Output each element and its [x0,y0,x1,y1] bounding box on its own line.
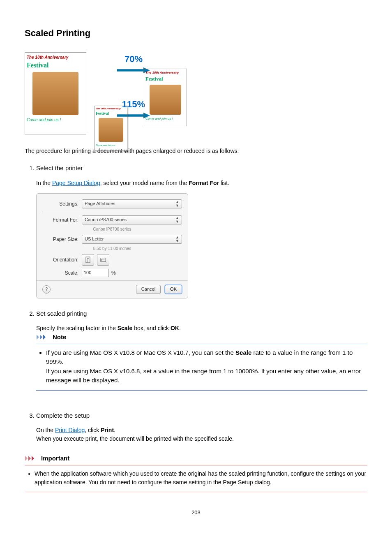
portrait-icon [85,257,91,263]
print-bold: Print [101,427,114,433]
note-bullet: If you are using Mac OS X v10.8 or Mac O… [46,348,367,385]
doc-image-placeholder [32,72,78,115]
scale-input[interactable]: 100 [82,269,109,277]
step-3-line-2: When you execute print, the document wil… [36,435,367,443]
orientation-landscape-button[interactable] [97,254,109,266]
important-callout: When the application software which you … [25,465,367,492]
intro-text: The procedure for printing a document wi… [25,147,367,155]
note-chevrons-icon [36,334,50,340]
ok-bold: OK [171,325,179,331]
format-for-label: Format For: [42,216,82,224]
chevron-updown-icon: ▲▼ [175,216,179,224]
scale-bold: Scale [118,325,133,331]
ok-button[interactable]: OK [165,285,182,294]
note-line-2: If you are using Mac OS X v10.6.8, set a… [46,367,367,385]
doc-red-title: The 10th Anniversary [27,54,84,60]
doc-green-title: Festival [27,60,84,70]
illustration-reduced-doc: The 10th Anniversary Festival Come and j… [95,106,127,151]
format-for-hint: Canon iP8700 series [42,226,182,232]
page-setup-dialog-link[interactable]: Page Setup Dialog [52,180,100,186]
help-button[interactable]: ? [42,285,51,294]
page-title: Scaled Printing [25,26,367,40]
step-3: Complete the setup On the Print Dialog, … [36,411,367,444]
doc-join-text: Come and join us ! [27,117,84,123]
step-2-desc: Specify the scaling factor in the Scale … [36,324,367,333]
chevron-updown-icon: ▲▼ [175,236,179,243]
illustration-original-doc: The 10th Anniversary Festival Come and j… [25,52,86,134]
page-setup-dialog-mock: Settings: Page Attributes ▲▼ Format For:… [36,193,188,298]
orientation-portrait-button[interactable] [82,254,94,266]
step-2: Set scaled printing Specify the scaling … [36,309,367,400]
page-number: 203 [25,509,367,517]
print-dialog-link[interactable]: Print Dialog [55,427,85,433]
orientation-label: Orientation: [42,256,82,264]
paper-size-hint: 8.50 by 11.00 inches [42,245,182,252]
scaled-printing-illustration: The 10th Anniversary Festival Come and j… [25,48,189,139]
important-heading: Important [25,454,367,463]
important-bullet: When the application software which you … [35,469,367,487]
settings-select[interactable]: Page Attributes ▲▼ [82,199,182,208]
step-3-title: Complete the setup [36,412,90,419]
note-callout: If you are using Mac OS X v10.8 or Mac O… [36,344,367,391]
note-heading: Note [36,333,367,342]
paper-size-select[interactable]: US Letter ▲▼ [82,235,182,244]
format-for-select[interactable]: Canon iP8700 series ▲▼ [82,215,182,224]
note-scale-bold: Scale [235,349,251,356]
scale-unit: % [111,269,116,277]
chevron-updown-icon: ▲▼ [175,200,179,208]
step-3-desc: On the Print Dialog, click Print. When y… [36,426,367,443]
step-1-title: Select the printer [36,164,83,171]
settings-label: Settings: [42,200,82,208]
cancel-button[interactable]: Cancel [136,285,161,294]
svg-rect-0 [86,257,90,263]
illustration-enlarged-doc: The 10th Anniversary Festival Come and j… [144,69,187,126]
landscape-icon [100,257,106,263]
step-1: Select the printer In the Page Setup Dia… [36,164,367,298]
important-chevrons-icon [25,456,39,461]
format-for-bold: Format For [189,180,219,186]
paper-size-label: Paper Size: [42,236,82,243]
step-2-title: Set scaled printing [36,310,87,317]
svg-rect-1 [101,258,106,261]
step-1-desc: In the Page Setup Dialog, select your mo… [36,179,367,187]
scale-label: Scale: [42,269,82,277]
